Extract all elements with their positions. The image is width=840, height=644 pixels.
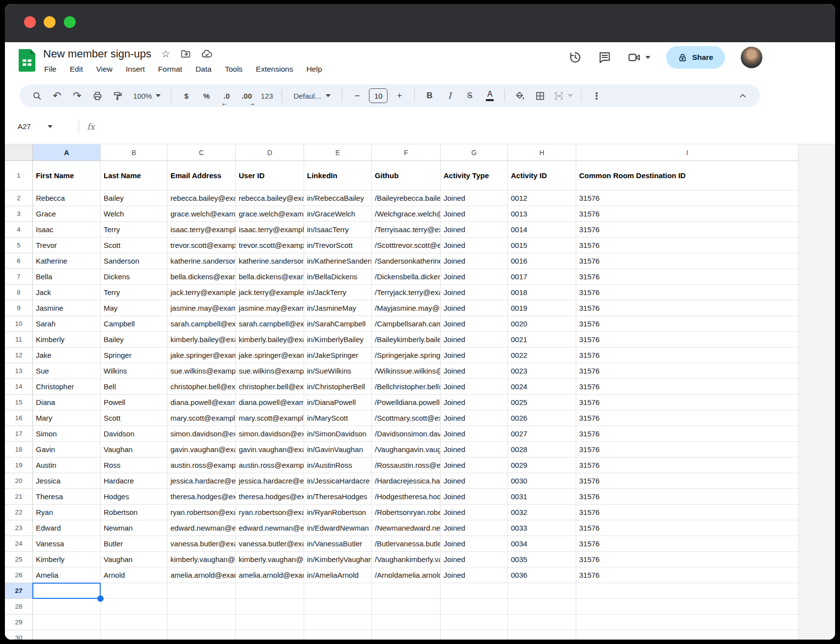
cell-I2[interactable]: 31576 (576, 190, 799, 206)
cell-I6[interactable]: 31576 (576, 253, 799, 269)
cell-A13[interactable]: Sue (33, 363, 101, 379)
cell-I9[interactable]: 31576 (576, 300, 799, 316)
cell-G11[interactable]: Joined (441, 332, 508, 348)
cell-A6[interactable]: Katherine (33, 253, 101, 269)
row-header-10[interactable]: 10 (5, 316, 33, 332)
row-header-7[interactable]: 7 (5, 269, 33, 285)
cell-G17[interactable]: Joined (441, 426, 508, 442)
cell-E20[interactable]: in/JessicaHardacre (304, 473, 372, 489)
row-header-30[interactable]: 30 (5, 630, 33, 640)
cell-F17[interactable]: /Davidsonsimon.davidson@example.com (372, 426, 441, 442)
cell-D22[interactable]: ryan.robertson@example.com (236, 505, 304, 520)
cell-B5[interactable]: Scott (101, 238, 168, 253)
cell-B20[interactable]: Hardacre (101, 473, 168, 489)
cell-F14[interactable]: /Bellchristopher.bell@example.com (372, 379, 441, 395)
text-color-icon[interactable]: A (481, 87, 498, 104)
cell-H22[interactable]: 0032 (508, 505, 576, 520)
cell-C24[interactable]: vanessa.butler@example.com (168, 536, 236, 552)
cell-B28[interactable] (101, 599, 168, 615)
row-header-12[interactable]: 12 (5, 348, 33, 363)
bold-icon[interactable]: B (421, 87, 438, 104)
cell-H24[interactable]: 0034 (508, 536, 576, 552)
cell-C6[interactable]: katherine.sanderson@example.com (168, 253, 236, 269)
cell-I19[interactable]: 31576 (576, 457, 799, 473)
row-header-11[interactable]: 11 (5, 332, 33, 348)
cell-B21[interactable]: Hodges (101, 489, 168, 505)
document-title[interactable]: New member sign-ups (43, 48, 151, 60)
cell-H29[interactable] (508, 615, 576, 630)
cell-B30[interactable] (101, 630, 168, 640)
cell-B3[interactable]: Welch (101, 206, 168, 222)
row-header-15[interactable]: 15 (5, 395, 33, 410)
search-icon[interactable] (28, 87, 45, 104)
cell-A30[interactable] (33, 630, 101, 640)
cell-I15[interactable]: 31576 (576, 395, 799, 410)
cell-D24[interactable]: vanessa.butler@example.com (236, 536, 304, 552)
cell-F5[interactable]: /Scotttrevor.scott@example.com (372, 238, 441, 253)
increase-decimal-button[interactable]: .00→ (238, 87, 255, 104)
cell-I27[interactable] (576, 583, 799, 599)
cell-B25[interactable]: Vaughan (101, 552, 168, 567)
cell-G16[interactable]: Joined (441, 410, 508, 426)
header-cell-C1[interactable]: Email Address (168, 161, 236, 190)
cell-C26[interactable]: amelia.arnold@example.com (168, 567, 236, 583)
cell-D18[interactable]: gavin.vaughan@example.com (236, 442, 304, 457)
menu-edit[interactable]: Edit (70, 65, 83, 74)
cell-E29[interactable] (304, 615, 372, 630)
cell-I18[interactable]: 31576 (576, 442, 799, 457)
cell-G2[interactable]: Joined (441, 190, 508, 206)
cell-I10[interactable]: 31576 (576, 316, 799, 332)
cell-F4[interactable]: /Terryisaac.terry@example.com (372, 222, 441, 238)
column-header-A[interactable]: A (33, 144, 101, 161)
borders-icon[interactable] (532, 87, 548, 104)
cell-C2[interactable]: rebecca.bailey@example.com (168, 190, 236, 206)
cell-G19[interactable]: Joined (441, 457, 508, 473)
column-header-G[interactable]: G (441, 144, 508, 161)
cell-G23[interactable]: Joined (441, 520, 508, 536)
merge-cells-icon[interactable] (552, 87, 575, 104)
row-header-26[interactable]: 26 (5, 567, 33, 583)
column-header-H[interactable]: H (508, 144, 576, 161)
cell-G5[interactable]: Joined (441, 238, 508, 253)
cell-D3[interactable]: grace.welch@example.com (236, 206, 304, 222)
cell-I13[interactable]: 31576 (576, 363, 799, 379)
header-cell-H1[interactable]: Activity ID (508, 161, 576, 190)
row-header-5[interactable]: 5 (5, 238, 33, 253)
cell-D16[interactable]: mary.scott@example.com (236, 410, 304, 426)
cell-I3[interactable]: 31576 (576, 206, 799, 222)
cell-H18[interactable]: 0028 (508, 442, 576, 457)
cell-C18[interactable]: gavin.vaughan@example.com (168, 442, 236, 457)
cell-D26[interactable]: amelia.arnold@example.com (236, 567, 304, 583)
font-size-input[interactable]: 10 (369, 88, 388, 103)
cell-A7[interactable]: Bella (33, 269, 101, 285)
cell-C5[interactable]: trevor.scott@example.com (168, 238, 236, 253)
row-header-27[interactable]: 27 (5, 583, 33, 599)
cell-E3[interactable]: in/GraceWelch (304, 206, 372, 222)
cell-C29[interactable] (168, 615, 236, 630)
cell-C16[interactable]: mary.scott@example.com (168, 410, 236, 426)
cell-G3[interactable]: Joined (441, 206, 508, 222)
cell-C19[interactable]: austin.ross@example.com (168, 457, 236, 473)
cell-I24[interactable]: 31576 (576, 536, 799, 552)
cell-B29[interactable] (101, 615, 168, 630)
row-header-25[interactable]: 25 (5, 552, 33, 567)
cell-G7[interactable]: Joined (441, 269, 508, 285)
cloud-saved-icon[interactable] (201, 48, 213, 60)
cell-B7[interactable]: Dickens (101, 269, 168, 285)
cell-H28[interactable] (508, 599, 576, 615)
cell-D2[interactable]: rebecca.bailey@example.com (236, 190, 304, 206)
maximize-window-button[interactable] (64, 16, 76, 28)
cell-D12[interactable]: jake.springer@example.com (236, 348, 304, 363)
paint-format-icon[interactable] (109, 87, 126, 104)
cell-E9[interactable]: in/JasmineMay (304, 300, 372, 316)
cell-I4[interactable]: 31576 (576, 222, 799, 238)
cell-D14[interactable]: christopher.bell@example.com (236, 379, 304, 395)
history-icon[interactable] (568, 51, 582, 64)
menu-tools[interactable]: Tools (225, 65, 243, 74)
cell-C27[interactable] (168, 583, 236, 599)
cell-H16[interactable]: 0026 (508, 410, 576, 426)
cell-D19[interactable]: austin.ross@example.com (236, 457, 304, 473)
cell-H6[interactable]: 0016 (508, 253, 576, 269)
cell-F12[interactable]: /Springerjake.springer@example.com (372, 348, 441, 363)
cell-H12[interactable]: 0022 (508, 348, 576, 363)
